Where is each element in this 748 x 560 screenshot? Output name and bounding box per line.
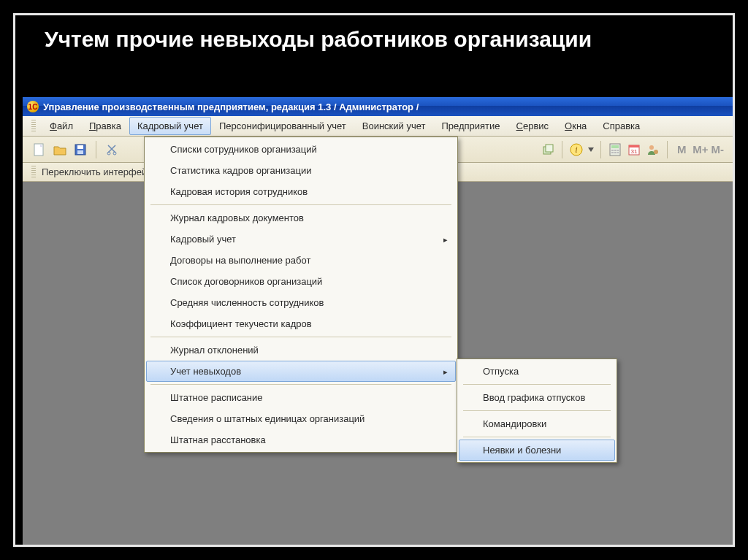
dropdown-separator — [463, 384, 611, 385]
user-icon[interactable] — [645, 142, 661, 158]
memory-mplus-button[interactable]: M+ — [692, 142, 708, 158]
dropdown-separator — [463, 437, 611, 437]
svg-rect-16 — [617, 150, 619, 151]
open-folder-icon[interactable] — [52, 142, 68, 158]
svg-point-24 — [654, 150, 658, 154]
svg-rect-13 — [611, 145, 619, 148]
dropdown-item[interactable]: Учет невыходов — [146, 361, 456, 382]
submenu-item[interactable]: Отпуска — [459, 361, 615, 382]
svg-rect-21 — [629, 145, 639, 147]
dropdown-item[interactable]: Средняя численность сотрудников — [146, 292, 456, 313]
svg-rect-14 — [611, 150, 614, 151]
dropdown-item[interactable]: Кадровый учет — [146, 229, 456, 250]
dropdown-separator — [150, 337, 451, 337]
dropdown-item[interactable]: Список договорников организаций — [146, 271, 456, 292]
cut-icon[interactable] — [104, 142, 120, 158]
menu-item[interactable]: Воинский учет — [354, 117, 434, 135]
submenu: ОтпускаВвод графика отпусковКомандировки… — [457, 358, 617, 463]
dropdown-item[interactable]: Списки сотрудников организаций — [146, 139, 456, 160]
menubar: ФайлПравкаКадровый учетПерсонифицированн… — [23, 116, 733, 137]
toolbar-separator — [600, 141, 601, 158]
menu-item[interactable]: Справка — [595, 117, 648, 135]
svg-rect-18 — [614, 152, 617, 153]
svg-text:31: 31 — [631, 148, 638, 155]
memory-mminus-button[interactable]: M- — [711, 142, 725, 158]
menu-item[interactable]: Сервис — [508, 117, 557, 135]
menu-item[interactable]: Окна — [557, 117, 595, 135]
dropdown-item[interactable]: Журнал отклонений — [146, 340, 456, 361]
svg-text:i: i — [576, 145, 578, 155]
slide-title: Учтем прочие невыходы работников организ… — [15, 15, 733, 59]
dropdown-item[interactable]: Статистика кадров организации — [146, 160, 456, 181]
svg-rect-19 — [617, 152, 619, 153]
svg-rect-3 — [77, 145, 83, 149]
dropdown-item[interactable]: Штатное расписание — [146, 387, 456, 408]
dropdown-arrow-icon[interactable] — [587, 142, 595, 158]
dropdown-menu: Списки сотрудников организацийСтатистика… — [144, 137, 458, 453]
calculator-icon[interactable] — [607, 142, 623, 158]
svg-rect-4 — [77, 150, 83, 154]
toolbar-separator — [562, 141, 562, 158]
switch-interface-label[interactable]: Переключить интерфейс — [42, 166, 152, 177]
titlebar: 1C Управление производственным предприят… — [23, 97, 733, 116]
memory-m-button[interactable]: M — [673, 142, 690, 158]
dropdown-item[interactable]: Кадровая история сотрудников — [146, 181, 456, 202]
svg-rect-17 — [611, 152, 614, 153]
dropdown-item[interactable]: Договоры на выполнение работ — [146, 250, 456, 271]
submenu-item[interactable]: Командировки — [459, 413, 615, 434]
menubar-grip — [31, 120, 36, 133]
info-icon[interactable]: i — [568, 142, 584, 158]
menu-item[interactable]: Предприятие — [433, 117, 508, 135]
menu-item[interactable]: Правка — [81, 117, 129, 135]
dropdown-separator — [150, 204, 451, 205]
slide-frame: Учтем прочие невыходы работников организ… — [13, 13, 735, 547]
toolbar-separator — [96, 141, 96, 158]
svg-rect-15 — [614, 150, 617, 151]
save-icon[interactable] — [72, 142, 88, 158]
menu-item[interactable]: Файл — [42, 117, 81, 135]
toolbar-grip — [31, 166, 36, 179]
dropdown-item[interactable]: Сведения о штатных единицах организаций — [146, 408, 456, 429]
dropdown-item[interactable]: Штатная расстановка — [146, 429, 456, 450]
dropdown-separator — [463, 410, 611, 411]
app-window: 1C Управление производственным предприят… — [23, 97, 733, 545]
submenu-item[interactable]: Ввод графика отпусков — [459, 387, 615, 408]
calendar-icon[interactable]: 31 — [626, 142, 642, 158]
titlebar-text: Управление производственным предприятием… — [43, 101, 419, 112]
menu-item[interactable]: Кадровый учет — [129, 117, 211, 135]
new-file-icon[interactable] — [31, 142, 47, 158]
svg-marker-11 — [588, 147, 594, 152]
toolbar-separator — [667, 141, 668, 158]
menu-item[interactable]: Персонифицированный учет — [211, 117, 354, 135]
svg-rect-8 — [546, 145, 553, 152]
dropdown-separator — [150, 384, 451, 385]
app-icon: 1C — [27, 101, 39, 112]
copy-stack-icon[interactable] — [540, 142, 556, 158]
dropdown-item[interactable]: Журнал кадровых документов — [146, 207, 456, 229]
submenu-item[interactable]: Неявки и болезни — [459, 440, 615, 461]
svg-point-23 — [649, 145, 654, 150]
dropdown-item[interactable]: Коэффициент текучести кадров — [146, 313, 456, 334]
